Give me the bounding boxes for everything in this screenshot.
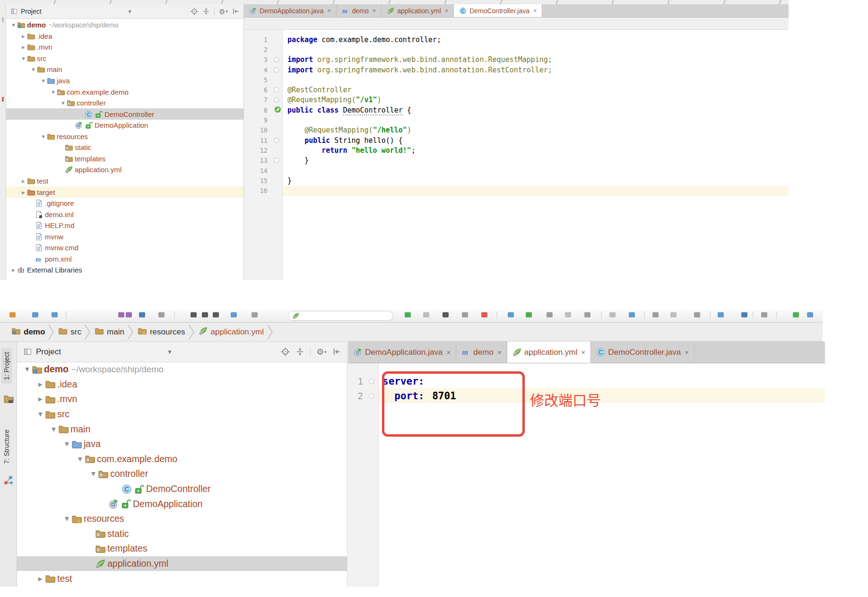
- tree-item-templates[interactable]: templates: [17, 541, 347, 556]
- line-number[interactable]: 16: [244, 187, 270, 194]
- line-number[interactable]: 1: [348, 376, 365, 386]
- tree-toggle-icon[interactable]: ▸: [36, 394, 45, 404]
- tree-item-test[interactable]: ▸test: [17, 571, 347, 586]
- tree-item-resources[interactable]: ▾resources: [6, 131, 243, 142]
- toolbar-icon-sliver[interactable]: [202, 312, 208, 317]
- tab-democontroller-java[interactable]: CDemoController.java×: [454, 4, 542, 17]
- fold-marker-icon[interactable]: [274, 88, 279, 92]
- line-number[interactable]: 6: [244, 86, 270, 94]
- toolbar-icon-sliver[interactable]: [462, 312, 468, 317]
- locate-target-icon[interactable]: [191, 8, 198, 15]
- tab-democontroller-java[interactable]: CDemoController.java×: [591, 342, 694, 363]
- tree-item-external-libraries[interactable]: ▸External Libraries: [6, 264, 243, 276]
- toolbar-icon-sliver[interactable]: [52, 312, 58, 317]
- line-number[interactable]: 2: [244, 46, 270, 53]
- toolbar-icon-sliver[interactable]: [718, 312, 724, 317]
- toolbar-icon-sliver[interactable]: [126, 312, 132, 317]
- tree-toggle-icon[interactable]: ▸: [10, 266, 17, 273]
- toolbar-icon-sliver[interactable]: [481, 312, 487, 317]
- fold-marker-icon[interactable]: [274, 68, 279, 72]
- tree-item-com-example-demo[interactable]: ▾com.example.demo: [17, 452, 347, 467]
- tree-item-demo-iml[interactable]: demo.iml: [6, 209, 243, 220]
- toolbar-icon-sliver[interactable]: [793, 312, 799, 317]
- tree-item-src[interactable]: ▾src: [17, 407, 347, 422]
- code-editor[interactable]: 1package com.example.demo.controller;23i…: [244, 30, 789, 280]
- hide-panel-pin-icon[interactable]: [232, 8, 240, 15]
- toolbar-icon-sliver[interactable]: [670, 312, 677, 317]
- tab-close-icon[interactable]: ×: [373, 8, 376, 14]
- tree-item-application-yml[interactable]: application.yml: [6, 164, 243, 176]
- tree-toggle-icon[interactable]: ▾: [40, 77, 47, 84]
- tab-close-icon[interactable]: ×: [533, 8, 537, 14]
- tab-demo[interactable]: mdemo×: [337, 4, 382, 17]
- tree-item-target[interactable]: ▸target: [6, 186, 243, 198]
- tree-toggle-icon[interactable]: ▾: [30, 66, 37, 73]
- gear-icon[interactable]: ⚙▾: [219, 8, 228, 15]
- tree-item-controller[interactable]: ▾controller: [17, 466, 347, 482]
- tree-item-templates[interactable]: templates: [6, 153, 243, 165]
- line-number[interactable]: 14: [244, 167, 270, 175]
- locate-target-icon[interactable]: [281, 347, 290, 356]
- toolbar-icon-sliver[interactable]: [423, 312, 429, 317]
- structure-tool-icon[interactable]: [3, 475, 14, 485]
- tree-item-gitignore[interactable]: .gitignore: [6, 198, 243, 209]
- tree-item-main[interactable]: ▾main: [17, 421, 347, 437]
- tree-item-mvn[interactable]: ▸.mvn: [17, 392, 347, 407]
- tree-toggle-icon[interactable]: ▾: [36, 409, 45, 419]
- tree-item-java[interactable]: ▾java: [6, 75, 243, 87]
- line-number[interactable]: 11: [244, 137, 270, 144]
- toolbar-icon-sliver[interactable]: [694, 312, 700, 317]
- toolbar-icon-sliver[interactable]: [741, 312, 747, 317]
- toolbar-icon-sliver[interactable]: [652, 312, 659, 317]
- line-number[interactable]: 15: [244, 177, 270, 184]
- toolbar-icon-sliver[interactable]: [526, 312, 532, 317]
- tree-toggle-icon[interactable]: ▾: [23, 364, 32, 374]
- tree-item-demo[interactable]: ▾demo~/workspace/ship/demo: [6, 19, 243, 31]
- line-number[interactable]: 9: [244, 116, 270, 124]
- tree-item-demoapplication[interactable]: DemoApplication: [17, 496, 347, 511]
- line-number[interactable]: 3: [244, 56, 270, 63]
- toolbar-icon-sliver[interactable]: [32, 312, 38, 317]
- tree-item-static[interactable]: static: [6, 142, 243, 153]
- toolbar-icon-sliver[interactable]: [139, 312, 145, 317]
- tree-toggle-icon[interactable]: ▾: [50, 88, 57, 96]
- tree-item-help-md[interactable]: HELP.md: [6, 220, 243, 231]
- toolbar-icon-sliver[interactable]: [807, 312, 813, 317]
- tab-close-icon[interactable]: ×: [685, 348, 689, 357]
- tree-toggle-icon[interactable]: ▸: [20, 177, 27, 184]
- tree-toggle-icon[interactable]: ▸: [36, 379, 45, 389]
- toolbar-icon-sliver[interactable]: [191, 312, 197, 317]
- tree-item-mvn[interactable]: ▸.mvn: [6, 42, 243, 53]
- tree-item-idea[interactable]: ▸.idea: [6, 31, 243, 42]
- tool-window-tab-structure[interactable]: 7: Structure: [1, 427, 12, 466]
- tab-close-icon[interactable]: ×: [327, 8, 330, 14]
- toolbar-icon-sliver[interactable]: [609, 312, 616, 317]
- line-number[interactable]: 10: [244, 126, 270, 134]
- breadcrumb-item-demo[interactable]: demo: [9, 326, 47, 338]
- line-number[interactable]: 12: [244, 147, 270, 154]
- code-editor[interactable]: 修改端口号 1server:2 port: 8701: [348, 363, 825, 587]
- tab-application-yml[interactable]: application.yml×: [382, 4, 454, 17]
- tree-item-democontroller[interactable]: CDemoController: [17, 482, 347, 497]
- tree-item-static[interactable]: static: [17, 527, 347, 542]
- toolbar-icon-sliver[interactable]: [508, 312, 514, 317]
- tab-application-yml[interactable]: application.yml×: [507, 342, 591, 363]
- tree-item-application-yml[interactable]: application.yml: [17, 556, 347, 571]
- tab-close-icon[interactable]: ×: [445, 8, 448, 14]
- tab-demoapplication-java[interactable]: DemoApplication.java×: [244, 4, 337, 17]
- toolbar-icon-sliver[interactable]: [213, 312, 219, 317]
- fold-marker-icon[interactable]: [274, 158, 279, 163]
- chevron-down-icon[interactable]: ▼: [128, 9, 132, 14]
- line-number[interactable]: 1: [244, 36, 270, 44]
- tree-toggle-icon[interactable]: ▾: [60, 99, 67, 106]
- tree-item-resources[interactable]: ▾resources: [17, 511, 347, 527]
- tab-demo[interactable]: mdemo×: [456, 342, 507, 363]
- toolbar-icon-sliver[interactable]: [629, 312, 635, 317]
- tab-close-icon[interactable]: ×: [497, 348, 502, 357]
- tree-item-mvnw[interactable]: mvnw: [6, 231, 243, 242]
- breadcrumb-item-application-yml[interactable]: application.yml: [196, 326, 266, 338]
- line-number[interactable]: 13: [244, 157, 270, 164]
- tree-toggle-icon[interactable]: ▾: [10, 21, 17, 28]
- tree-toggle-icon[interactable]: ▸: [20, 189, 27, 196]
- tree-toggle-icon[interactable]: ▾: [20, 55, 27, 62]
